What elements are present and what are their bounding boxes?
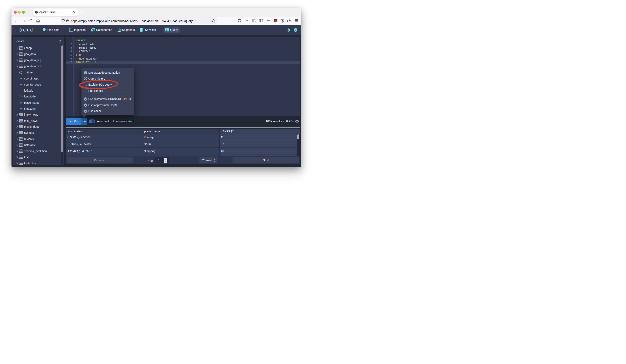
svg-text:?: ? (85, 71, 86, 74)
svg-text:?: ? (295, 29, 296, 32)
